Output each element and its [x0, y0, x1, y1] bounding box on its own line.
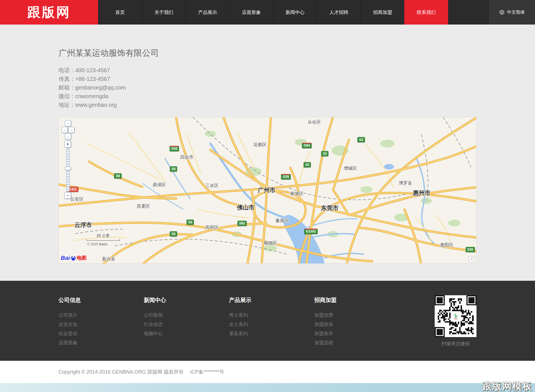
- footer-link[interactable]: 加盟流程: [314, 338, 400, 347]
- footer: 公司信息 公司简介 企业文化 社会责任 店面形象 新闻中心 公司新闻 行业动态 …: [0, 281, 535, 361]
- map-label-district: 高明区: [205, 224, 219, 230]
- bottom-strip: 跟版网模板: [0, 383, 535, 392]
- zoom-out-button[interactable]: −: [64, 192, 71, 199]
- contact-address: 地址：www.genban.org: [59, 101, 476, 109]
- company-name: 广州某某运动服饰有限公司: [59, 25, 476, 59]
- footer-link[interactable]: 店面形象: [59, 338, 144, 347]
- nav-item-products[interactable]: 产品展示: [186, 0, 229, 25]
- map-label-district: 从化区: [308, 119, 321, 125]
- road-shield: G1501: [304, 229, 318, 234]
- nav-item-stores[interactable]: 店面形象: [229, 0, 273, 25]
- site-logo[interactable]: 跟版网: [0, 0, 98, 25]
- footer-link[interactable]: 视频中心: [144, 329, 229, 338]
- footer-col-title: 公司信息: [59, 296, 144, 304]
- footer-link[interactable]: 行业动态: [144, 320, 229, 329]
- map-label-city: 东莞市: [321, 204, 339, 212]
- road-shield: S8: [114, 173, 122, 179]
- nav-item-news[interactable]: 新闻中心: [273, 0, 317, 25]
- map-label-district: 博罗县: [399, 180, 412, 186]
- zoom-slider-handle[interactable]: [65, 167, 71, 170]
- road-shield: S2: [303, 162, 311, 167]
- map-label-district: 四会市: [180, 154, 194, 160]
- map-attribution: © 2015 Baidu: [87, 242, 108, 246]
- zoom-in-button[interactable]: +: [64, 141, 71, 147]
- road-shield: G35: [281, 174, 291, 180]
- qr-finder-icon: [435, 327, 445, 337]
- map-label-district: 番禺区: [276, 218, 289, 224]
- pan-left-button[interactable]: ←: [62, 127, 68, 133]
- pan-up-button[interactable]: ↑: [65, 120, 71, 126]
- contact-phone: 电话：400-123-4567: [59, 66, 476, 75]
- map-label-district: 鼎湖区: [153, 182, 166, 188]
- road-shield: S5: [186, 219, 194, 225]
- footer-link[interactable]: 童装系列: [229, 329, 314, 338]
- map-label-district: 顺德区: [264, 240, 277, 246]
- nav-item-about[interactable]: 关于我们: [142, 0, 186, 25]
- baidu-map[interactable]: 广州市 佛山市 东莞市 惠州市 云浮市 从化区 花都区 四会市 三水区 增城区 …: [59, 117, 476, 263]
- baidu-logo-ditu: 地图: [77, 255, 87, 261]
- qr-finder-icon: [435, 295, 445, 305]
- footer-link[interactable]: 男士系列: [229, 311, 314, 320]
- copyright-text: Copyright © 2014-2016 GENBNA.ORG 跟版网 版权所…: [59, 361, 476, 383]
- footer-link[interactable]: 加盟条件: [314, 329, 400, 338]
- footer-link[interactable]: 加盟政策: [314, 320, 400, 329]
- map-label-city: 佛山市: [237, 204, 255, 211]
- map-label-district: 云安区: [70, 197, 84, 202]
- road-shield: S2: [321, 151, 329, 156]
- pan-down-button[interactable]: ↓: [65, 134, 71, 140]
- footer-col-news: 新闻中心 公司新闻 行业动态 视频中心: [144, 295, 229, 347]
- map-scale: 20 公里: [86, 233, 120, 241]
- road-shield: G55: [169, 146, 179, 151]
- footer-link[interactable]: 公司简介: [59, 311, 144, 320]
- nav-item-home[interactable]: 首页: [98, 0, 142, 25]
- map-pan-control: ↑ ← → ↓: [62, 120, 74, 140]
- footer-link[interactable]: 企业文化: [59, 320, 144, 329]
- map-label-district: 三水区: [205, 183, 219, 189]
- zoom-slider-track[interactable]: [66, 149, 70, 192]
- header: 跟版网 首页 关于我们 产品展示 店面形象 新闻中心 人才招聘 招商加盟 联系我…: [0, 0, 535, 25]
- language-switcher[interactable]: 中文简体: [488, 0, 535, 25]
- footer-link[interactable]: 社会责任: [59, 329, 144, 338]
- nav-item-jobs[interactable]: 人才招聘: [317, 0, 361, 25]
- baidu-logo-bai: Bai: [61, 255, 70, 261]
- footer-col-franchise: 招商加盟 加盟优势 加盟政策 加盟条件 加盟流程: [314, 295, 400, 347]
- map-label-district: 黄埔区: [290, 191, 303, 197]
- copyright-bar: Copyright © 2014-2016 GENBNA.ORG 跟版网 版权所…: [0, 361, 535, 383]
- road-shield: S2: [358, 137, 365, 142]
- template-watermark: 跟版网模板: [482, 380, 532, 392]
- map-label-city: 惠州市: [413, 189, 431, 197]
- nav-item-contact[interactable]: 联系我们: [404, 0, 448, 25]
- road-shield: G94: [302, 143, 312, 148]
- footer-col-products: 产品展示 男士系列 女士系列 童装系列: [229, 295, 314, 347]
- map-label-city: 云浮市: [74, 221, 92, 229]
- footer-link[interactable]: 公司新闻: [144, 311, 229, 320]
- qr-code: [435, 295, 476, 337]
- road-shield: S82: [237, 221, 247, 226]
- qr-caption: 扫描关注微信: [435, 340, 476, 347]
- baidu-logo[interactable]: Bai 地图: [61, 255, 87, 261]
- footer-col-title: 新闻中心: [144, 296, 229, 304]
- contact-fax: 传真：+86-123-4567: [59, 75, 476, 83]
- map-fullscreen-icon[interactable]: [469, 256, 474, 262]
- qr-center-logo-icon: [451, 311, 461, 322]
- road-shield: S30: [466, 247, 475, 252]
- map-scale-bar: [86, 239, 120, 241]
- road-shield: S5: [170, 231, 177, 236]
- baidu-paw-icon: [70, 255, 76, 261]
- map-label-district: 高要区: [137, 203, 150, 209]
- map-label-district: 花都区: [253, 142, 267, 148]
- main-content: 广州某某运动服饰有限公司 电话：400-123-4567 传真：+86-123-…: [0, 25, 535, 263]
- nav-item-franchise[interactable]: 招商加盟: [361, 0, 404, 25]
- footer-link[interactable]: 女士系列: [229, 320, 314, 329]
- map-label-district: 惠阳区: [440, 242, 454, 248]
- globe-icon: [499, 9, 505, 15]
- map-label-district: 增城区: [344, 165, 357, 171]
- road-shield: S8: [170, 166, 177, 172]
- language-label: 中文简体: [507, 9, 525, 15]
- pan-right-button[interactable]: →: [68, 127, 74, 133]
- map-label-district: 新兴县: [102, 256, 115, 262]
- footer-link[interactable]: 加盟优势: [314, 311, 400, 320]
- contact-wechat: 微信：cnwomengda: [59, 92, 476, 101]
- header-spacer: [448, 0, 488, 25]
- map-scale-label: 20 公里: [96, 233, 110, 238]
